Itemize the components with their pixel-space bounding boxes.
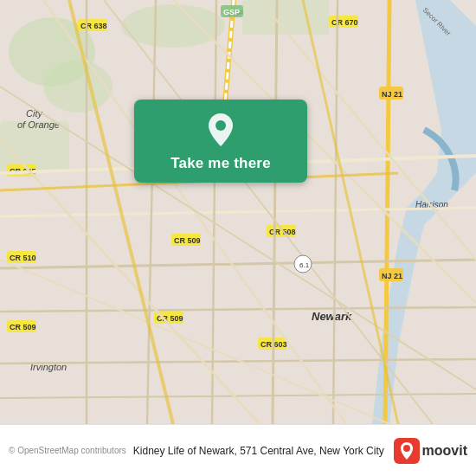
svg-text:6.1: 6.1	[299, 261, 310, 269]
location-pin-icon	[205, 112, 236, 148]
moovit-logo-icon	[394, 438, 420, 464]
moovit-logo: moovit	[394, 438, 467, 464]
svg-text:NJ 21: NJ 21	[382, 272, 402, 280]
map-container: GSP GSP NJ 21 NJ 21 CR 638 CR 670 CR 605…	[0, 0, 476, 424]
svg-text:CR 509: CR 509	[174, 236, 201, 245]
svg-text:NJ 21: NJ 21	[382, 90, 402, 99]
svg-point-63	[215, 120, 226, 131]
footer: © OpenStreetMap contributors Kidney Life…	[0, 424, 476, 476]
openstreetmap-credit: © OpenStreetMap contributors	[9, 446, 126, 455]
svg-text:CR 509: CR 509	[10, 323, 36, 331]
svg-text:CR 670: CR 670	[331, 18, 358, 27]
svg-point-65	[403, 445, 410, 452]
take-me-there-button[interactable]: Take me there	[134, 100, 307, 183]
svg-text:GSP: GSP	[223, 8, 240, 16]
svg-text:CR 638: CR 638	[80, 22, 107, 30]
svg-text:CR 510: CR 510	[10, 254, 36, 262]
moovit-brand-text: moovit	[422, 443, 467, 459]
address-text: Kidney Life of Newark, 571 Central Ave, …	[133, 445, 394, 457]
svg-rect-5	[242, 0, 329, 35]
svg-point-2	[43, 61, 113, 113]
map-background: GSP GSP NJ 21 NJ 21 CR 638 CR 670 CR 605…	[0, 0, 476, 424]
take-me-there-label: Take me there	[170, 155, 271, 172]
